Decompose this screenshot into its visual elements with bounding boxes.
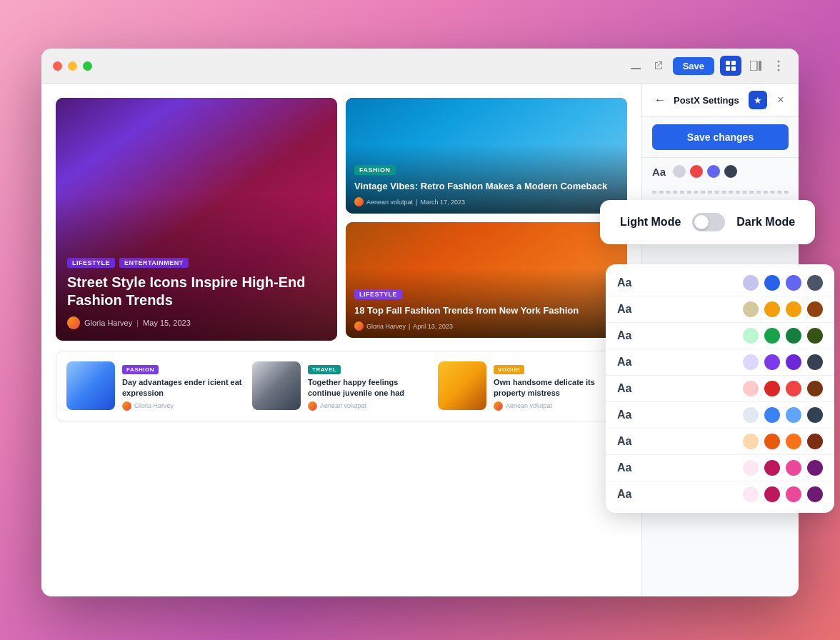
color-dot-4-2[interactable]: [786, 381, 801, 396]
color-dot-5-0[interactable]: [743, 407, 759, 423]
dark-mode-label: Dark Mode: [736, 216, 795, 229]
color-dot-3-0[interactable]: [743, 354, 759, 370]
color-dot-1-0[interactable]: [743, 301, 759, 317]
color-dot-2-3[interactable]: [807, 328, 823, 344]
lifestyle-date: April 13, 2023: [413, 323, 453, 330]
panel-star-button[interactable]: ★: [749, 91, 767, 109]
list-card-body-1: FASHION Day advantages ender icient eat …: [122, 361, 245, 411]
close-traffic-light[interactable]: [53, 61, 62, 71]
color-row: Aa: [606, 402, 834, 429]
lifestyle-card-title: 18 Top Fall Fashion Trends from New York…: [354, 305, 619, 317]
svg-rect-5: [750, 61, 757, 71]
color-dot-5-1[interactable]: [764, 407, 780, 423]
list-avatar-3: [494, 401, 503, 411]
color-dot-group: [743, 301, 823, 317]
fashion-card[interactable]: FASHION Vintage Vibes: Retro Fashion Mak…: [346, 98, 627, 214]
color-dot-0-1[interactable]: [764, 275, 780, 291]
lifestyle-card-tag: LIFESTYLE: [354, 289, 402, 299]
color-dot-2-1[interactable]: [764, 328, 780, 344]
featured-card[interactable]: LIFESTYLE ENTERTAINMENT Street Style Ico…: [56, 98, 337, 341]
minimize-icon[interactable]: [627, 57, 644, 74]
panel-toggle-icon[interactable]: [747, 57, 764, 74]
mini-color-dots: [673, 165, 737, 178]
fashion-card-tags: FASHION: [354, 165, 619, 175]
external-link-icon[interactable]: [650, 57, 667, 74]
mini-dot-2[interactable]: [690, 165, 703, 178]
svg-rect-2: [731, 61, 736, 65]
list-item[interactable]: TRAVEL Together happy feelings continue …: [252, 361, 431, 411]
color-dot-0-0[interactable]: [743, 275, 759, 291]
color-dot-1-1[interactable]: [764, 301, 780, 317]
save-button[interactable]: Save: [673, 57, 714, 75]
color-dot-2-0[interactable]: [743, 328, 759, 344]
color-dot-3-3[interactable]: [807, 354, 823, 370]
grid-view-button[interactable]: [720, 56, 741, 76]
minimize-traffic-light[interactable]: [68, 61, 77, 71]
color-dot-8-0[interactable]: [743, 486, 759, 502]
list-item[interactable]: VOGUE Own handsome delicate its property…: [438, 361, 616, 411]
fashion-card-content: FASHION Vintage Vibes: Retro Fashion Mak…: [346, 158, 627, 214]
more-options-icon[interactable]: [770, 57, 787, 74]
color-dot-7-1[interactable]: [764, 460, 780, 476]
color-row: Aa: [606, 455, 834, 481]
toggle-knob: [694, 215, 709, 229]
lifestyle-card[interactable]: LIFESTYLE 18 Top Fall Fashion Trends fro…: [346, 222, 627, 338]
color-dot-0-3[interactable]: [807, 275, 823, 291]
color-dot-4-0[interactable]: [743, 381, 759, 396]
color-dot-5-2[interactable]: [786, 407, 801, 423]
lifestyle-card-tags: LIFESTYLE: [354, 289, 619, 299]
list-avatar-1: [122, 401, 131, 411]
color-dot-1-3[interactable]: [807, 301, 823, 317]
color-dot-0-2[interactable]: [786, 275, 801, 291]
color-dot-8-2[interactable]: [786, 486, 801, 502]
color-dot-1-2[interactable]: [786, 301, 801, 317]
color-dot-6-2[interactable]: [786, 434, 801, 449]
font-preview-label: Aa: [617, 356, 637, 369]
list-tag-3: VOGUE: [494, 365, 524, 374]
color-dot-7-3[interactable]: [807, 460, 823, 476]
svg-rect-4: [731, 66, 736, 71]
color-dot-5-3[interactable]: [807, 407, 823, 423]
mini-dot-1[interactable]: [673, 165, 686, 178]
fashion-card-tag: FASHION: [354, 165, 396, 175]
mini-dot-3[interactable]: [707, 165, 720, 178]
color-dot-8-1[interactable]: [764, 486, 780, 502]
color-dot-group: [743, 381, 823, 396]
color-row: Aa: [606, 349, 834, 376]
color-dot-2-2[interactable]: [786, 328, 801, 344]
svg-point-9: [778, 69, 780, 71]
list-tag-2: TRAVEL: [308, 365, 341, 374]
panel-back-button[interactable]: ←: [652, 92, 668, 108]
color-rows: AaAaAaAaAaAaAaAaAa: [606, 270, 834, 507]
maximize-traffic-light[interactable]: [83, 61, 92, 71]
color-dot-6-3[interactable]: [807, 434, 823, 449]
mini-color-bar: Aa: [642, 157, 799, 185]
mode-toggle-card: Light Mode Dark Mode: [600, 200, 815, 244]
color-dot-6-1[interactable]: [764, 434, 780, 449]
color-dot-8-3[interactable]: [807, 486, 823, 502]
color-scheme-panel: AaAaAaAaAaAaAaAaAa: [606, 264, 834, 513]
color-dot-3-2[interactable]: [786, 354, 801, 370]
featured-card-content: LIFESTYLE ENTERTAINMENT Street Style Ico…: [56, 246, 337, 341]
font-preview-label: Aa: [617, 329, 637, 342]
svg-rect-0: [631, 68, 641, 69]
color-dot-6-0[interactable]: [743, 434, 759, 449]
mini-font-label: Aa: [652, 166, 666, 178]
svg-point-7: [778, 61, 780, 63]
color-dot-7-0[interactable]: [743, 460, 759, 476]
list-card-title-1: Day advantages ender icient eat expressi…: [122, 377, 245, 399]
save-changes-button[interactable]: Save changes: [652, 124, 789, 150]
panel-header: ← PostX Settings ★ ×: [642, 84, 799, 117]
svg-rect-3: [726, 66, 730, 71]
list-item[interactable]: FASHION Day advantages ender icient eat …: [66, 361, 245, 411]
list-card-body-3: VOGUE Own handsome delicate its property…: [494, 361, 616, 411]
color-dot-4-3[interactable]: [807, 381, 823, 396]
blog-grid: LIFESTYLE ENTERTAINMENT Street Style Ico…: [56, 98, 627, 341]
color-dot-4-1[interactable]: [764, 381, 780, 396]
mode-toggle-switch[interactable]: [692, 213, 725, 231]
mini-dot-4[interactable]: [724, 165, 737, 178]
color-dot-3-1[interactable]: [764, 354, 780, 370]
color-dot-7-2[interactable]: [786, 460, 801, 476]
list-avatar-2: [308, 401, 317, 411]
panel-close-button[interactable]: ×: [773, 92, 789, 108]
